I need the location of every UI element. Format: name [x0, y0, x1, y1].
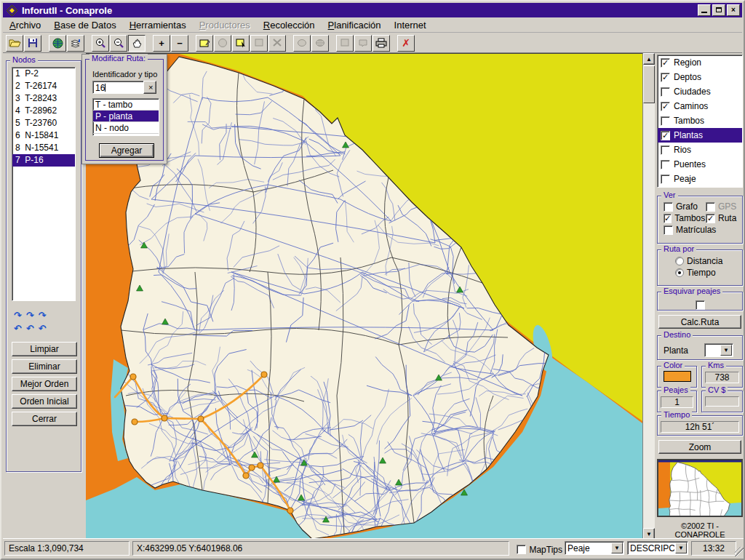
checkbox[interactable]: [661, 116, 670, 126]
node-item[interactable]: 6 N-15841: [12, 129, 75, 142]
pan-hand-button[interactable]: [128, 35, 146, 52]
node-item[interactable]: 8 N-15541: [12, 142, 75, 154]
layer-deptos[interactable]: ✓Deptos: [658, 70, 742, 84]
zoom-out-button[interactable]: [110, 35, 127, 52]
node-item-selected[interactable]: 7 P-16: [12, 154, 75, 167]
checkbox[interactable]: ✓: [661, 58, 670, 68]
zoom-button[interactable]: Zoom: [658, 440, 741, 454]
select-rect-button[interactable]: [196, 35, 213, 52]
menu-recoleccion[interactable]: Recolección: [257, 18, 322, 32]
chevron-down-icon[interactable]: ▼: [675, 543, 687, 553]
map-canvas[interactable]: [86, 53, 642, 540]
print-button[interactable]: [372, 35, 390, 52]
layer-rios[interactable]: Rios: [658, 143, 742, 157]
node-item[interactable]: 3 T-28243: [12, 92, 75, 105]
chevron-down-icon[interactable]: ▼: [611, 543, 623, 553]
minimize-button[interactable]: [698, 4, 711, 16]
node-item[interactable]: 5 T-23760: [12, 117, 75, 129]
add-node-button[interactable]: +: [153, 35, 170, 52]
exit-tool-button[interactable]: ✗: [397, 35, 415, 52]
maptips-checkbox[interactable]: [517, 545, 526, 554]
maptips-layer-combo[interactable]: Peaje▼: [565, 541, 624, 555]
menu-internet[interactable]: Internet: [388, 18, 433, 32]
zoom-in-button[interactable]: [92, 35, 109, 52]
node-item[interactable]: 4 T-28962: [12, 105, 75, 117]
agregar-button[interactable]: Agregar: [99, 143, 154, 158]
layers-button[interactable]: [67, 35, 84, 52]
checkbox[interactable]: ✓: [664, 214, 672, 223]
close-button[interactable]: ×: [727, 4, 740, 16]
node-item[interactable]: 1 P-2: [12, 68, 75, 80]
checkbox[interactable]: [661, 160, 670, 169]
identificador-input[interactable]: 16: [92, 81, 146, 94]
modificar-ruta-panel[interactable]: Modificar Ruta: Identificador y tipo 16 …: [81, 54, 167, 164]
ver-grafo[interactable]: Grafo: [658, 201, 700, 212]
mejor-orden-button[interactable]: Mejor Orden: [12, 377, 77, 391]
esquivar-checkbox[interactable]: [696, 300, 705, 310]
ruta-por-tiempo[interactable]: Tiempo: [658, 267, 742, 279]
title-bar[interactable]: InforutII - Conaprole ×: [3, 3, 742, 17]
map-svg[interactable]: [86, 54, 642, 540]
menu-herramientas[interactable]: Herramientas: [123, 18, 193, 32]
layer-plantas-selected[interactable]: ✓Plantas: [658, 128, 742, 143]
ver-ruta[interactable]: ✓Ruta: [700, 212, 736, 224]
open-file-button[interactable]: [6, 35, 23, 52]
move-up-icon[interactable]: ↶: [14, 323, 26, 334]
ver-matriculas[interactable]: Matrículas: [658, 224, 742, 236]
move-up-all-icon[interactable]: ↶↶: [26, 323, 51, 334]
checkbox[interactable]: ✓: [661, 131, 670, 140]
checkbox[interactable]: ✓: [661, 73, 670, 82]
menu-base-de-datos[interactable]: Base de Datos: [47, 18, 122, 32]
clear-id-button[interactable]: ×: [143, 81, 156, 94]
ver-tambos[interactable]: ✓Tambos: [658, 212, 700, 224]
save-button[interactable]: [24, 35, 41, 52]
overview-minimap[interactable]: [657, 459, 743, 517]
remove-node-button[interactable]: −: [171, 35, 188, 52]
move-down-all-icon[interactable]: ↷↷: [26, 310, 51, 321]
move-down-icon[interactable]: ↷: [14, 310, 26, 321]
type-list[interactable]: T - tambo P - planta N - nodo: [92, 98, 159, 136]
scroll-up-button[interactable]: ▲: [643, 53, 655, 65]
layer-tambos[interactable]: Tambos: [658, 113, 742, 128]
layer-peaje[interactable]: Peaje: [658, 172, 742, 186]
maximize-button[interactable]: [712, 4, 725, 16]
close-icon: ×: [731, 6, 736, 14]
calc-ruta-button[interactable]: Calc.Ruta: [658, 315, 741, 329]
layer-ciudades[interactable]: Ciudades: [658, 84, 742, 99]
type-item-nodo[interactable]: N - nodo: [93, 122, 159, 134]
limpiar-button[interactable]: Limpiar: [12, 342, 77, 356]
route-color-swatch[interactable]: [664, 371, 691, 382]
checkbox[interactable]: [661, 175, 670, 184]
layer-caminos[interactable]: ✓Caminos: [658, 99, 742, 113]
radio-selected[interactable]: [675, 268, 684, 277]
radio[interactable]: [675, 257, 684, 265]
scroll-thumb[interactable]: [643, 65, 655, 103]
ruta-por-distancia[interactable]: Distancia: [658, 255, 742, 267]
select-pointer-button[interactable]: [232, 35, 250, 52]
type-item-tambo[interactable]: T - tambo: [93, 99, 159, 111]
checkbox[interactable]: [661, 87, 670, 97]
nodos-list[interactable]: 1 P-2 2 T-26174 3 T-28243 4 T-28962 5 T-…: [12, 67, 76, 301]
checkbox[interactable]: [664, 202, 673, 212]
checkbox[interactable]: ✓: [661, 102, 670, 111]
menu-archivo[interactable]: Archivo: [3, 18, 47, 32]
eliminar-button[interactable]: Eliminar: [12, 359, 77, 374]
globe-button[interactable]: [49, 35, 66, 52]
maptips-toggle[interactable]: MapTips: [517, 543, 562, 556]
checkbox[interactable]: [664, 225, 673, 235]
resize-grip[interactable]: [735, 547, 744, 556]
chevron-down-icon[interactable]: ▼: [720, 345, 732, 356]
orden-inicial-button[interactable]: Orden Inicial: [12, 394, 77, 409]
layer-region[interactable]: ✓Region: [658, 55, 742, 70]
node-item[interactable]: 2 T-26174: [12, 80, 75, 92]
menu-planificacion[interactable]: Planificación: [322, 18, 388, 32]
maptips-field-combo[interactable]: DESCRIPCIO▼: [627, 541, 688, 555]
checkbox[interactable]: ✓: [706, 214, 715, 223]
type-item-planta-selected[interactable]: P - planta: [93, 111, 159, 122]
layer-list[interactable]: ✓Region ✓Deptos Ciudades ✓Caminos Tambos…: [657, 55, 743, 188]
destino-combo[interactable]: ▼: [704, 343, 733, 357]
checkbox[interactable]: [661, 145, 670, 155]
map-vscrollbar[interactable]: ▲ ▼: [642, 53, 655, 540]
layer-puentes[interactable]: Puentes: [658, 157, 742, 172]
cerrar-button[interactable]: Cerrar: [12, 412, 77, 426]
